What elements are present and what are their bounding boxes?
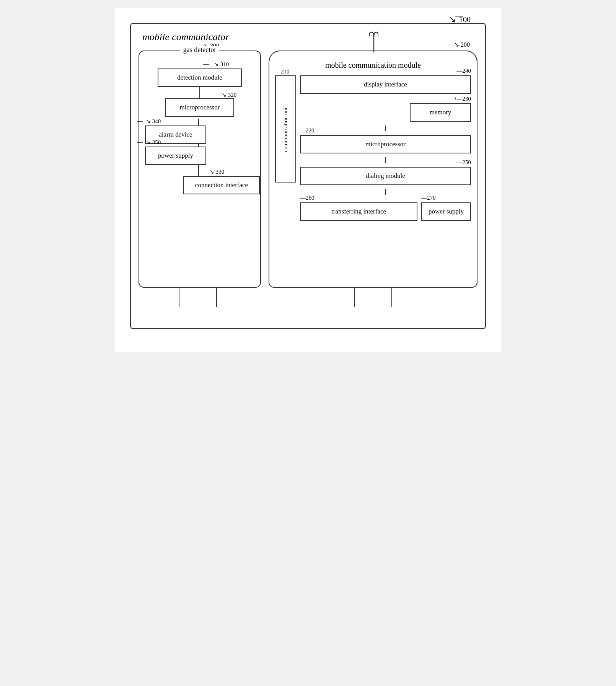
mobile-comm-label: mobile communication module: [275, 61, 471, 70]
line-dial-bottom: [385, 189, 386, 195]
transferring-interface-label: transferring interface: [331, 208, 386, 215]
dialing-module-label: dialing module: [366, 172, 405, 179]
power-supply-right-box: power supply: [421, 202, 471, 221]
microprocessor-220-label: microprocessor: [365, 140, 406, 148]
dialing-module-box: dialing module: [300, 167, 471, 185]
inner-container: ↘ 300 — gas detector ↘ 310 — detection m…: [139, 51, 477, 307]
display-interface-label: display interface: [364, 81, 407, 88]
ref-250: —250: [457, 159, 471, 166]
line-detect-micro: [199, 87, 200, 98]
comm-unit-label: communication unit: [282, 106, 289, 152]
mobile-comm-box: mobile communication module —210 communi…: [269, 51, 477, 288]
page: ↘ 100 — mobile communicator ↘ 300 — gas …: [115, 8, 501, 352]
connection-interface-label: connection interface: [195, 181, 248, 189]
ref-270: —270: [421, 195, 436, 201]
line-disp-mem: [455, 98, 456, 99]
microprocessor-220-wrapper: —220 microprocessor: [300, 135, 471, 153]
comm-unit-box: communication unit: [275, 75, 296, 182]
transferring-interface-wrapper: —260 transferring interface: [300, 202, 417, 221]
outer-box: mobile communicator ↘ 300 — gas detector…: [130, 23, 486, 329]
ref-350: ↘ 350: [146, 139, 161, 146]
ref-310-dash: —: [203, 61, 209, 67]
display-interface-box: display interface: [300, 75, 471, 94]
ref-330-dash: —: [199, 168, 204, 175]
memory-wrapper: —230 memory: [410, 103, 471, 122]
transferring-interface-box: transferring interface: [300, 202, 417, 221]
ref-210: —210: [275, 68, 290, 75]
memory-label: memory: [430, 109, 451, 116]
mc-right: —240 display interface: [300, 75, 471, 221]
power-supply-right-label: power supply: [429, 208, 464, 215]
bottom-connector-left: [179, 288, 217, 307]
power-supply-left-label: power supply: [158, 152, 193, 159]
ref-200-number: 200: [461, 41, 470, 48]
detection-module-box: detection module: [158, 68, 242, 87]
ref-320: ↘ 320: [222, 91, 236, 98]
antenna-svg: [369, 31, 378, 53]
mc-bottom: —260 transferring interface —270: [300, 202, 471, 221]
power-supply-right-wrapper: —270 power supply: [421, 202, 471, 221]
microprocessor-320-box: microprocessor: [165, 98, 234, 117]
power-supply-left-box: power supply: [145, 147, 206, 165]
ref-230: —230: [457, 96, 471, 102]
mc-inner: —210 communication unit —240 dis: [275, 75, 471, 221]
gas-detector-box: gas detector ↘ 310 — detection module: [139, 51, 261, 288]
ref-320-dash: —: [211, 91, 217, 98]
ref-260: —260: [300, 195, 315, 201]
antenna: [369, 31, 377, 52]
connection-interface-box: connection interface: [183, 176, 260, 194]
gas-detector-label: gas detector: [180, 46, 219, 54]
branch-lines: ↘ 340 — alarm device ↘ 350 — power suppl…: [145, 119, 254, 187]
memory-box: memory: [410, 103, 471, 122]
ref-100-dash: —: [455, 11, 463, 20]
ref-240: —240: [457, 68, 471, 74]
detection-module-label: detection module: [177, 74, 222, 81]
outer-label: mobile communicator: [139, 31, 477, 43]
line-micro220-dial: [385, 157, 386, 163]
ref-340-dash: —: [137, 118, 143, 124]
connection-interface-wrapper: ↘ 330 — connection interface: [183, 176, 260, 194]
bottom-connector-right: [354, 288, 392, 307]
line-mem-micro220: [385, 125, 386, 131]
microprocessor-320-label: microprocessor: [180, 104, 220, 111]
power-supply-left-wrapper: ↘ 350 — power supply: [145, 147, 206, 165]
ref-200-dash: —: [455, 41, 461, 48]
ref-330: ↘ 330: [209, 168, 224, 175]
ref-350-dash: —: [137, 139, 143, 145]
ref-220: —220: [300, 127, 315, 134]
alarm-device-label: alarm device: [159, 131, 192, 138]
display-interface-wrapper: —240 display interface: [300, 75, 471, 94]
ref-310: ↘ 310: [214, 61, 229, 68]
comm-unit-wrapper: —210 communication unit: [275, 75, 296, 221]
dialing-module-wrapper: —250 dialing module: [300, 167, 471, 185]
microprocessor-220-box: microprocessor: [300, 135, 471, 153]
ref-340: ↘ 340: [146, 118, 161, 125]
